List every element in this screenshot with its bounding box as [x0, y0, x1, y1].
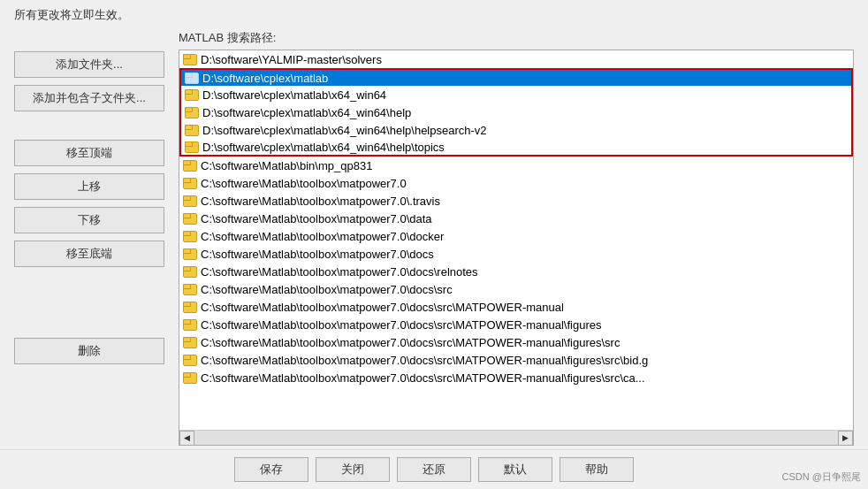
path-list-label: MATLAB 搜索路径: — [179, 30, 854, 46]
path-list-item[interactable]: C:\software\Matlab\toolbox\matpower7.0\d… — [179, 369, 853, 386]
path-text: C:\software\Matlab\toolbox\matpower7.0\.… — [201, 195, 440, 208]
watermark: CSDN @日争熙尾 — [782, 470, 861, 484]
folder-icon — [183, 231, 197, 242]
path-text: C:\software\Matlab\toolbox\matpower7.0\d… — [201, 318, 601, 332]
path-list-item[interactable]: C:\software\Matlab\toolbox\matpower7.0 — [179, 174, 853, 192]
add-folder-button[interactable]: 添加文件夹... — [14, 51, 164, 78]
notice-text: 所有更改将立即生效。 — [0, 0, 868, 27]
folder-icon — [183, 160, 197, 172]
move-top-button[interactable]: 移至顶端 — [14, 140, 164, 166]
help-button[interactable]: 帮助 — [560, 457, 634, 482]
path-list-item[interactable]: C:\software\Matlab\bin\mp_qp831 — [179, 157, 853, 174]
path-text: D:\software\cplex\matlab\x64_win64\help\… — [202, 141, 445, 154]
folder-icon — [185, 125, 199, 136]
folder-icon — [183, 355, 197, 366]
path-list-item[interactable]: D:\software\cplex\matlab\x64_win64\help — [179, 103, 853, 121]
path-text: C:\software\Matlab\toolbox\matpower7.0\d… — [201, 212, 432, 225]
scroll-right-arrow[interactable]: ▶ — [838, 431, 853, 446]
folder-icon — [183, 213, 197, 225]
path-list-item[interactable]: C:\software\Matlab\toolbox\matpower7.0\d… — [179, 227, 853, 245]
path-list[interactable]: D:\software\YALMIP-master\solversD:\soft… — [179, 50, 853, 430]
folder-icon — [185, 73, 199, 84]
scroll-track[interactable] — [194, 431, 838, 445]
folder-icon — [183, 266, 197, 278]
path-text: C:\software\Matlab\bin\mp_qp831 — [201, 159, 372, 172]
path-text: D:\software\cplex\matlab\x64_win64 — [202, 88, 386, 102]
path-list-item[interactable]: C:\software\Matlab\toolbox\matpower7.0\d… — [179, 280, 853, 298]
path-list-item[interactable]: C:\software\Matlab\toolbox\matpower7.0\d… — [179, 245, 853, 263]
folder-icon — [183, 302, 197, 313]
path-text: D:\software\cplex\matlab — [202, 72, 328, 85]
path-list-item[interactable]: C:\software\Matlab\toolbox\matpower7.0\d… — [179, 263, 853, 280]
path-list-item[interactable]: D:\software\YALMIP-master\solvers — [179, 50, 853, 68]
path-text: C:\software\Matlab\toolbox\matpower7.0\d… — [201, 265, 478, 279]
path-list-item[interactable]: C:\software\Matlab\toolbox\matpower7.0\d… — [179, 298, 853, 316]
folder-icon — [183, 337, 197, 348]
folder-icon — [183, 54, 197, 65]
path-text: C:\software\Matlab\toolbox\matpower7.0\d… — [201, 354, 648, 367]
move-bottom-button[interactable]: 移至底端 — [14, 241, 164, 267]
folder-icon — [185, 107, 199, 118]
path-list-item[interactable]: C:\software\Matlab\toolbox\matpower7.0\d… — [179, 210, 853, 227]
path-text: D:\software\cplex\matlab\x64_win64\help\… — [202, 124, 487, 137]
path-list-item[interactable]: D:\software\cplex\matlab\x64_win64\help\… — [179, 139, 853, 157]
folder-icon — [183, 248, 197, 260]
folder-icon — [183, 372, 197, 384]
folder-icon — [185, 89, 199, 101]
path-text: D:\software\cplex\matlab\x64_win64\help — [202, 106, 411, 119]
move-up-button[interactable]: 上移 — [14, 173, 164, 200]
path-list-item[interactable]: C:\software\Matlab\toolbox\matpower7.0\.… — [179, 192, 853, 210]
path-text: C:\software\Matlab\toolbox\matpower7.0 — [201, 177, 407, 190]
path-list-item[interactable]: D:\software\cplex\matlab\x64_win64\help\… — [179, 121, 853, 139]
path-list-item[interactable]: D:\software\cplex\matlab\x64_win64 — [179, 86, 853, 103]
path-text: C:\software\Matlab\toolbox\matpower7.0\d… — [201, 371, 645, 385]
path-list-item[interactable]: D:\software\cplex\matlab — [179, 68, 853, 86]
save-button[interactable]: 保存 — [234, 457, 308, 482]
scroll-left-arrow[interactable]: ◀ — [179, 431, 194, 446]
close-button[interactable]: 关闭 — [316, 457, 390, 482]
folder-icon — [183, 319, 197, 331]
path-list-container: D:\software\YALMIP-master\solversD:\soft… — [179, 50, 854, 446]
folder-icon — [183, 178, 197, 189]
delete-button[interactable]: 删除 — [14, 338, 164, 364]
default-button[interactable]: 默认 — [478, 457, 552, 482]
move-down-button[interactable]: 下移 — [14, 207, 164, 233]
folder-icon — [183, 195, 197, 207]
path-text: C:\software\Matlab\toolbox\matpower7.0\d… — [201, 301, 564, 314]
path-text: C:\software\Matlab\toolbox\matpower7.0\d… — [201, 283, 453, 296]
right-panel: MATLAB 搜索路径: D:\software\YALMIP-master\s… — [179, 30, 854, 446]
path-list-item[interactable]: C:\software\Matlab\toolbox\matpower7.0\d… — [179, 351, 853, 369]
folder-icon — [183, 284, 197, 295]
restore-button[interactable]: 还原 — [397, 457, 471, 482]
path-text: C:\software\Matlab\toolbox\matpower7.0\d… — [201, 248, 434, 261]
folder-icon — [185, 141, 199, 153]
path-list-item[interactable]: C:\software\Matlab\toolbox\matpower7.0\d… — [179, 316, 853, 333]
path-text: D:\software\YALMIP-master\solvers — [201, 53, 382, 66]
horizontal-scrollbar[interactable]: ◀ ▶ — [179, 430, 853, 445]
left-panel: 添加文件夹... 添加并包含子文件夹... 移至顶端 上移 下移 移至底端 删除 — [14, 30, 164, 446]
add-with-subfolders-button[interactable]: 添加并包含子文件夹... — [14, 85, 164, 111]
path-text: C:\software\Matlab\toolbox\matpower7.0\d… — [201, 230, 444, 243]
footer: 保存 关闭 还原 默认 帮助 — [0, 449, 868, 489]
path-list-item[interactable]: C:\software\Matlab\toolbox\matpower7.0\d… — [179, 333, 853, 351]
path-text: C:\software\Matlab\toolbox\matpower7.0\d… — [201, 336, 620, 349]
